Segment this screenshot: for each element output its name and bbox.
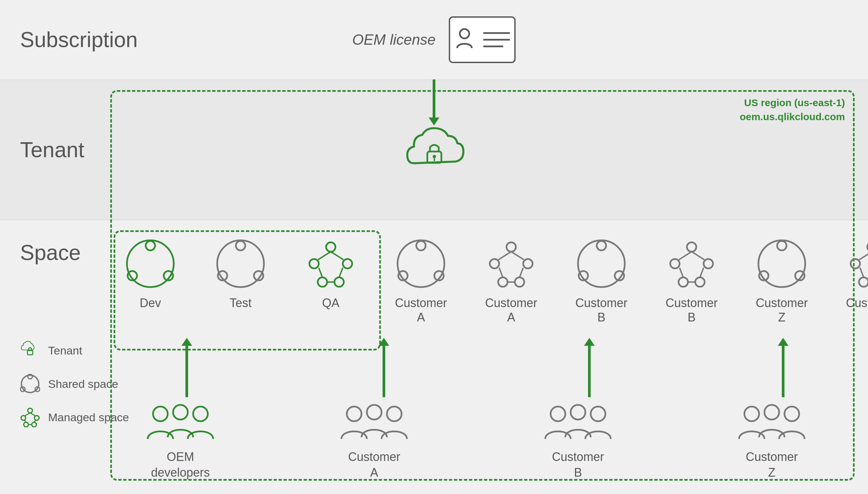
shared-space-customer-b-icon xyxy=(575,237,628,290)
svg-line-92 xyxy=(34,420,36,422)
svg-point-31 xyxy=(523,259,532,268)
managed-space-customer-a-icon xyxy=(485,237,538,290)
svg-point-76 xyxy=(744,406,759,421)
oem-dev-people-icon xyxy=(144,404,217,444)
customer-z-shared-item: CustomerZ xyxy=(745,237,818,324)
svg-line-37 xyxy=(520,268,523,278)
legend-managed-space: Managed space xyxy=(20,407,129,427)
dev-space-item: Dev xyxy=(114,237,187,310)
oem-developers-label: OEMdevelopers xyxy=(151,449,210,481)
customer-b-managed-item: CustomerB xyxy=(655,237,728,324)
svg-line-89 xyxy=(25,413,30,416)
customer-b-people-icon xyxy=(541,404,615,444)
legend-tenant: Tenant xyxy=(20,340,129,360)
svg-point-60 xyxy=(859,278,868,287)
svg-point-74 xyxy=(571,405,585,420)
svg-point-8 xyxy=(146,241,155,250)
customer-z-managed-label: CustomerZ xyxy=(846,296,868,324)
svg-line-51 xyxy=(700,268,704,278)
person-card-icon xyxy=(455,26,478,53)
svg-point-30 xyxy=(490,259,499,268)
customer-a-people-group: CustomerA xyxy=(338,404,411,481)
customer-b-people-group: CustomerB xyxy=(541,404,615,481)
svg-line-22 xyxy=(319,268,322,278)
customer-b-arrow-line xyxy=(588,344,591,397)
svg-line-36 xyxy=(499,268,503,278)
space-row: Space Dev xyxy=(0,220,868,494)
svg-point-5 xyxy=(433,155,436,158)
customer-a-managed-label: CustomerA xyxy=(485,296,537,324)
main-container: Subscription OEM license xyxy=(0,0,868,494)
cloud-lock-icon xyxy=(401,116,467,183)
svg-line-50 xyxy=(680,268,683,278)
subscription-row: Subscription OEM license xyxy=(0,0,868,80)
svg-line-23 xyxy=(339,268,343,278)
managed-space-customer-z-icon xyxy=(845,237,868,290)
oem-dev-arrow-line xyxy=(185,344,188,397)
shared-space-customer-a-icon xyxy=(394,237,448,290)
space-label: Space xyxy=(0,240,107,265)
svg-point-15 xyxy=(326,242,336,252)
legend-tenant-icon xyxy=(20,340,40,360)
customer-b-shared-label: CustomerB xyxy=(575,296,628,324)
svg-point-18 xyxy=(318,278,327,287)
svg-line-62 xyxy=(859,252,868,260)
svg-point-19 xyxy=(334,278,344,287)
oem-license-label: OEM license xyxy=(352,31,435,48)
qa-space-item: QA xyxy=(294,237,367,310)
svg-point-29 xyxy=(506,242,516,252)
legend-shared-space-label: Shared space xyxy=(48,378,118,391)
svg-point-32 xyxy=(498,278,507,287)
svg-point-44 xyxy=(670,259,680,268)
svg-point-72 xyxy=(387,406,402,421)
customer-a-shared-label: CustomerA xyxy=(395,296,447,324)
customer-z-people-label: CustomerZ xyxy=(746,449,798,481)
svg-point-26 xyxy=(416,241,426,250)
svg-point-68 xyxy=(173,405,188,420)
test-label: Test xyxy=(230,296,252,310)
legend-shared-space: Shared space xyxy=(20,374,129,394)
region-url: oem.us.qlikcloud.com xyxy=(740,111,845,122)
customer-z-people-group: CustomerZ xyxy=(735,404,809,481)
cloud-lock-icon-area xyxy=(401,116,467,183)
svg-point-12 xyxy=(236,241,245,250)
qa-label: QA xyxy=(322,296,340,310)
tenant-label: Tenant xyxy=(0,137,107,162)
svg-point-33 xyxy=(515,278,524,287)
svg-line-91 xyxy=(24,420,26,422)
svg-point-84 xyxy=(28,408,32,413)
svg-point-16 xyxy=(309,259,319,268)
customer-b-managed-label: CustomerB xyxy=(666,296,718,324)
customer-a-arrow-line xyxy=(382,344,385,397)
dev-label: Dev xyxy=(140,296,161,310)
svg-line-20 xyxy=(318,252,331,260)
svg-point-40 xyxy=(597,241,606,250)
legend-shared-space-icon xyxy=(20,374,40,394)
svg-point-75 xyxy=(591,406,605,421)
svg-point-43 xyxy=(687,242,696,252)
svg-line-21 xyxy=(331,252,343,260)
managed-space-customer-b-icon xyxy=(665,237,718,290)
shared-space-test-icon xyxy=(214,237,267,290)
customer-z-shared-label: CustomerZ xyxy=(756,296,808,324)
svg-point-80 xyxy=(21,375,39,393)
managed-space-qa-icon xyxy=(304,237,358,290)
svg-line-64 xyxy=(860,268,864,278)
svg-point-77 xyxy=(764,405,779,420)
region-label: US region (us-east-1) xyxy=(744,97,845,109)
svg-line-35 xyxy=(511,252,524,260)
svg-line-34 xyxy=(499,252,511,260)
svg-point-88 xyxy=(32,422,36,427)
svg-point-45 xyxy=(704,259,713,268)
lines-icon xyxy=(484,30,510,50)
svg-point-58 xyxy=(851,259,860,268)
customer-a-managed-item: CustomerA xyxy=(474,237,548,324)
svg-point-69 xyxy=(193,406,208,421)
oem-developers-group: OEMdevelopers xyxy=(144,404,217,481)
legend-tenant-label: Tenant xyxy=(48,344,82,357)
svg-point-70 xyxy=(347,406,362,421)
legend: Tenant Shared space xyxy=(20,340,129,427)
svg-point-73 xyxy=(550,406,565,421)
customer-z-managed-item: CustomerZ xyxy=(835,237,868,324)
svg-point-54 xyxy=(777,241,786,250)
